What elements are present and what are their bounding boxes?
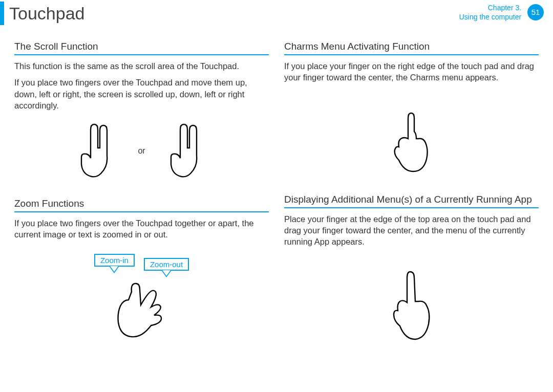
section-charms-menu: Charms Menu Activating Function If you p… xyxy=(284,41,539,176)
one-finger-hand-icon xyxy=(389,109,435,176)
section-rule xyxy=(14,54,269,55)
page-title: Touchpad xyxy=(9,4,84,24)
one-finger-hand-icon xyxy=(389,269,435,345)
section-paragraph: Place your ﬁnger at the edge of the top … xyxy=(284,213,539,248)
section-app-menu: Displaying Additional Menu(s) of a Curre… xyxy=(284,194,539,346)
section-rule xyxy=(14,211,269,212)
header-meta: Chapter 3. Using the computer 51 xyxy=(459,3,544,21)
charms-gesture-figure xyxy=(284,109,539,176)
section-heading: The Scroll Function xyxy=(14,41,269,52)
app-menu-gesture-figure xyxy=(284,269,539,345)
section-paragraph: If you place two ﬁngers over the Touchpa… xyxy=(14,77,269,111)
manual-page: Touchpad Chapter 3. Using the computer 5… xyxy=(0,0,553,392)
title-accent-bar xyxy=(0,2,4,25)
section-zoom-functions: Zoom Functions If you place two ﬁngers o… xyxy=(14,198,269,344)
section-rule xyxy=(284,207,539,208)
section-paragraph: If you place your ﬁnger on the right edg… xyxy=(284,60,539,83)
chapter-line-1: Chapter 3. xyxy=(488,4,521,12)
zoom-in-label: Zoom-in xyxy=(94,254,135,267)
callout-tail-icon xyxy=(161,270,172,277)
section-paragraph: This function is the same as the scroll … xyxy=(14,60,269,72)
section-paragraph: If you place two ﬁngers over the Touchpa… xyxy=(14,217,269,241)
left-column: The Scroll Function This function is the… xyxy=(14,41,269,345)
chapter-label: Chapter 3. Using the computer xyxy=(459,3,521,21)
section-heading: Displaying Additional Menu(s) of a Curre… xyxy=(284,194,539,205)
zoom-in-callout: Zoom-in xyxy=(94,254,135,277)
callout-tail-icon xyxy=(109,266,119,273)
zoom-out-callout: Zoom-out xyxy=(144,258,189,277)
right-column: Charms Menu Activating Function If you p… xyxy=(284,41,539,345)
title-block: Touchpad xyxy=(0,0,539,27)
section-rule xyxy=(284,54,539,55)
zoom-gesture-figure: Zoom-in Zoom-out xyxy=(14,246,269,344)
section-scroll-function: The Scroll Function This function is the… xyxy=(14,41,269,182)
pinch-hand-icon xyxy=(101,277,183,344)
or-label: or xyxy=(138,146,145,156)
chapter-line-2: Using the computer xyxy=(459,13,521,21)
zoom-callouts: Zoom-in Zoom-out xyxy=(94,254,189,277)
zoom-out-label: Zoom-out xyxy=(144,258,189,271)
page-number-badge: 51 xyxy=(527,4,544,20)
section-heading: Charms Menu Activating Function xyxy=(284,41,539,52)
content-columns: The Scroll Function This function is the… xyxy=(14,41,539,345)
two-finger-hand-icon xyxy=(161,120,212,182)
section-heading: Zoom Functions xyxy=(14,198,269,209)
two-finger-hand-icon xyxy=(71,120,122,182)
scroll-gesture-figure: or xyxy=(14,120,269,182)
